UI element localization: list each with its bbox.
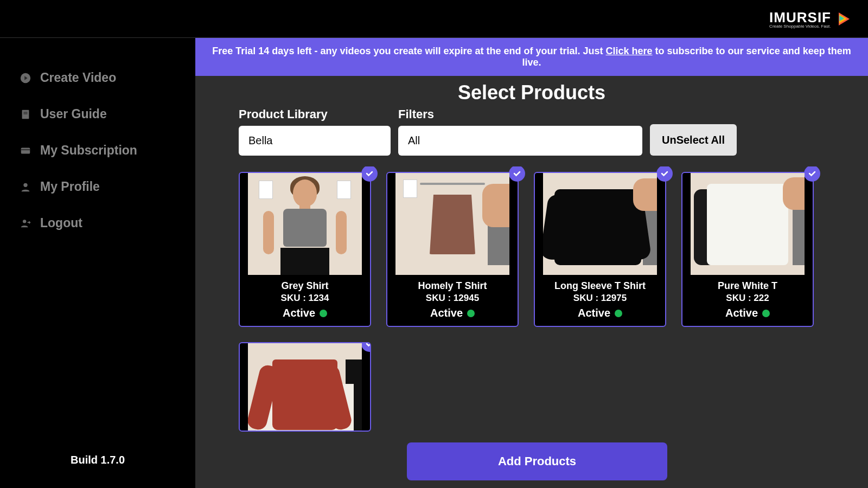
play-triangle-icon bbox=[835, 11, 852, 27]
sidebar-item-logout[interactable]: Logout bbox=[0, 205, 195, 241]
check-icon bbox=[808, 169, 816, 178]
brand-logo: IMURSIF Create Shoppable Videos. Fast. bbox=[769, 9, 852, 29]
check-icon bbox=[660, 169, 669, 178]
product-name: Homely T Shirt bbox=[391, 280, 514, 292]
sidebar-item-label: My Profile bbox=[40, 179, 100, 194]
check-icon bbox=[513, 169, 521, 178]
selected-badge[interactable] bbox=[509, 166, 525, 182]
product-library-select[interactable] bbox=[239, 126, 391, 156]
products-scroll[interactable]: Grey Shirt SKU : 1234 Active Homely T Sh… bbox=[195, 166, 868, 488]
topbar: IMURSIF Create Shoppable Videos. Fast. bbox=[0, 0, 868, 38]
logout-icon bbox=[20, 217, 31, 229]
status-dot-icon bbox=[762, 310, 770, 317]
main-content: Free Trial 14 days left - any videos you… bbox=[195, 38, 868, 488]
product-card[interactable]: Homely T Shirt SKU : 12945 Active bbox=[386, 172, 519, 327]
filters-label: Filters bbox=[398, 107, 642, 121]
controls-row: Product Library Filters UnSelect All bbox=[195, 107, 868, 166]
document-icon bbox=[20, 108, 31, 120]
product-card[interactable]: Grey Shirt SKU : 1234 Active bbox=[239, 172, 371, 327]
product-card[interactable] bbox=[239, 342, 371, 432]
card-icon bbox=[20, 145, 31, 157]
brand-tagline: Create Shoppable Videos. Fast. bbox=[769, 24, 831, 29]
sidebar-item-label: My Subscription bbox=[40, 143, 137, 158]
svg-rect-4 bbox=[21, 147, 30, 153]
unselect-all-button[interactable]: UnSelect All bbox=[650, 124, 737, 156]
sidebar-item-user-guide[interactable]: User Guide bbox=[0, 96, 195, 132]
check-icon bbox=[365, 169, 374, 178]
sidebar-item-label: User Guide bbox=[40, 107, 107, 121]
svg-rect-5 bbox=[21, 149, 30, 150]
sidebar-item-label: Create Video bbox=[40, 70, 116, 85]
product-image bbox=[543, 173, 657, 275]
selected-badge[interactable] bbox=[361, 342, 371, 352]
product-image bbox=[248, 343, 362, 432]
product-status: Active bbox=[430, 307, 463, 319]
user-icon bbox=[20, 181, 31, 193]
svg-rect-1 bbox=[22, 110, 29, 119]
product-sku: SKU : 12975 bbox=[538, 293, 662, 304]
product-image bbox=[248, 173, 362, 275]
selected-badge[interactable] bbox=[656, 166, 673, 182]
product-name: Grey Shirt bbox=[243, 280, 367, 292]
svg-rect-2 bbox=[23, 112, 27, 112]
product-name: Pure White T bbox=[686, 280, 809, 292]
banner-link[interactable]: Click here bbox=[606, 46, 653, 56]
sidebar-item-label: Logout bbox=[40, 216, 82, 230]
product-sku: SKU : 222 bbox=[686, 293, 809, 304]
sidebar-item-my-profile[interactable]: My Profile bbox=[0, 169, 195, 205]
product-card[interactable]: Long Sleeve T Shirt SKU : 12975 Active bbox=[534, 172, 666, 327]
product-sku: SKU : 12945 bbox=[391, 293, 514, 304]
svg-rect-3 bbox=[23, 113, 27, 114]
selected-badge[interactable] bbox=[361, 166, 378, 182]
product-image bbox=[691, 173, 805, 275]
library-label: Product Library bbox=[239, 107, 391, 121]
build-version: Build 1.7.0 bbox=[0, 438, 195, 488]
filters-select[interactable] bbox=[398, 126, 642, 156]
selected-badge[interactable] bbox=[804, 166, 820, 182]
sidebar-item-create-video[interactable]: Create Video bbox=[0, 60, 195, 96]
status-dot-icon bbox=[320, 310, 327, 317]
product-image bbox=[395, 173, 509, 275]
sidebar: Create Video User Guide My Subscription … bbox=[0, 38, 195, 488]
play-circle-icon bbox=[20, 72, 31, 84]
product-status: Active bbox=[578, 307, 610, 319]
status-dot-icon bbox=[467, 310, 475, 317]
product-status: Active bbox=[725, 307, 758, 319]
sidebar-item-my-subscription[interactable]: My Subscription bbox=[0, 132, 195, 169]
add-products-button[interactable]: Add Products bbox=[407, 442, 667, 480]
svg-point-6 bbox=[23, 183, 27, 187]
products-grid: Grey Shirt SKU : 1234 Active Homely T Sh… bbox=[239, 172, 835, 432]
status-dot-icon bbox=[615, 310, 622, 317]
product-card[interactable]: Pure White T SKU : 222 Active bbox=[681, 172, 814, 327]
banner-pre: Free Trial 14 days left - any videos you… bbox=[212, 46, 605, 56]
product-sku: SKU : 1234 bbox=[243, 293, 367, 304]
page-title: Select Products bbox=[195, 76, 868, 107]
brand-name: IMURSIF bbox=[769, 9, 831, 26]
svg-point-7 bbox=[23, 220, 26, 223]
trial-banner: Free Trial 14 days left - any videos you… bbox=[195, 38, 868, 76]
product-name: Long Sleeve T Shirt bbox=[538, 280, 662, 292]
product-status: Active bbox=[283, 307, 315, 319]
check-icon bbox=[365, 342, 371, 348]
